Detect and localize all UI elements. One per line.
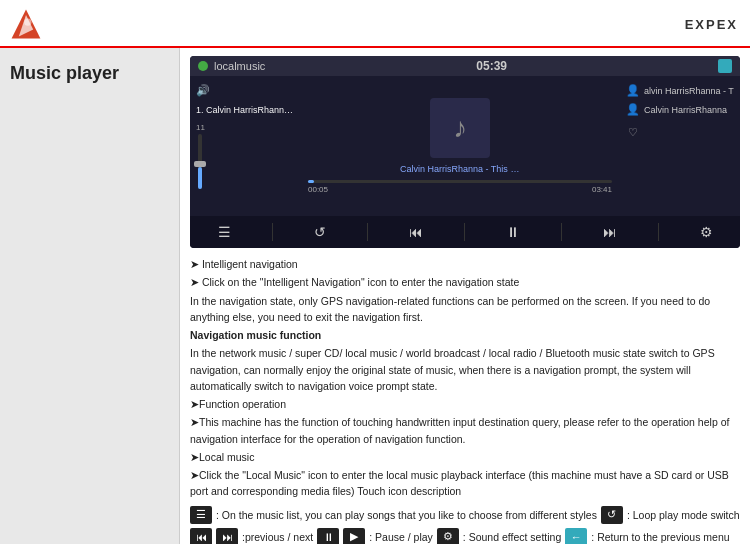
time-row: 00:05 03:41 bbox=[308, 185, 612, 194]
track-item-1: 1. Calvin HarrisRhanna● bbox=[196, 103, 294, 117]
album-art: ♪ bbox=[430, 98, 490, 158]
text-p4: Navigation music function bbox=[190, 327, 740, 343]
playlist-icon-legend: ☰ bbox=[190, 506, 212, 524]
legend-text-prevnext: :previous / next bbox=[242, 531, 313, 543]
legend-text-pauseplay: : Pause / play bbox=[369, 531, 433, 543]
text-p8: ➤Local music bbox=[190, 449, 740, 465]
artist-name-1: alvin HarrisRhanna - T bbox=[644, 86, 734, 96]
prev-icon-legend: ⏮ bbox=[190, 528, 212, 544]
eq-icon-legend: ⚙ bbox=[437, 528, 459, 544]
track-item: 🔊 bbox=[196, 82, 294, 99]
svg-point-2 bbox=[24, 19, 31, 26]
artist-row-1: 👤 alvin HarrisRhanna - T bbox=[626, 84, 734, 97]
pause-icon-legend: ⏸ bbox=[317, 528, 339, 544]
ctrl-separator-4 bbox=[561, 223, 562, 241]
back-icon-legend: ← bbox=[565, 528, 587, 544]
player-titlebar: localmusic 05:39 bbox=[190, 56, 740, 76]
volume-bar bbox=[198, 134, 202, 189]
text-p9: ➤Click the "Local Music" icon to enter t… bbox=[190, 467, 740, 500]
player-clock: 05:39 bbox=[476, 59, 507, 73]
player-left-panel: 🔊 1. Calvin HarrisRhanna● 11 bbox=[190, 76, 300, 216]
player-dot bbox=[198, 61, 208, 71]
artist-row-2: 👤 Calvin HarrisRhanna bbox=[626, 103, 734, 116]
ctrl-separator-3 bbox=[464, 223, 465, 241]
brand-label: EXPEX bbox=[685, 17, 738, 32]
next-icon-legend: ⏭ bbox=[216, 528, 238, 544]
ctrl-separator-2 bbox=[367, 223, 368, 241]
player-right-panel: 👤 alvin HarrisRhanna - T 👤 Calvin Harris… bbox=[620, 76, 740, 216]
page-header: EXPEX bbox=[0, 0, 750, 48]
text-p2: ➤ Click on the "Intelligent Navigation" … bbox=[190, 274, 740, 290]
section-title: Music player bbox=[10, 62, 119, 85]
text-p3: In the navigation state, only GPS naviga… bbox=[190, 293, 740, 326]
person-icon-1: 👤 bbox=[626, 84, 640, 97]
volume-icon: 🔊 bbox=[196, 84, 210, 97]
body-text: ➤ Intelligent navigation ➤ Click on the … bbox=[190, 256, 740, 500]
legend-text-1: : On the music list, you can play songs … bbox=[216, 509, 597, 521]
main-content: Music player localmusic 05:39 🔊 bbox=[0, 48, 750, 544]
logo-icon bbox=[8, 6, 44, 42]
legend-row-1: ☰ : On the music list, you can play song… bbox=[190, 506, 740, 524]
legend-row-2: ⏮ ⏭ :previous / next ⏸ ▶ : Pause / play … bbox=[190, 528, 740, 544]
content-area: localmusic 05:39 🔊 1. Calvin HarrisRhann… bbox=[180, 48, 750, 544]
player-mockup: localmusic 05:39 🔊 1. Calvin HarrisRhann… bbox=[190, 56, 740, 248]
player-center-panel: ♪ Calvin HarrisRhanna - This Is What You… bbox=[300, 76, 620, 216]
play-icon-legend: ▶ bbox=[343, 528, 365, 544]
time-current: 00:05 bbox=[308, 185, 328, 194]
song-title: Calvin HarrisRhanna - This Is What You C… bbox=[400, 164, 520, 174]
ctrl-separator-5 bbox=[658, 223, 659, 241]
repeat-button[interactable]: ↺ bbox=[308, 222, 332, 242]
player-dot-right bbox=[718, 59, 732, 73]
legend-text-loop: : Loop play mode switch bbox=[627, 509, 740, 521]
track-name: 1. Calvin HarrisRhanna● bbox=[196, 105, 294, 115]
person-icon-2: 👤 bbox=[626, 103, 640, 116]
eq-button[interactable]: ⚙ bbox=[694, 222, 719, 242]
player-body: 🔊 1. Calvin HarrisRhanna● 11 bbox=[190, 76, 740, 216]
playlist-button[interactable]: ☰ bbox=[212, 222, 237, 242]
volume-fill bbox=[198, 167, 202, 189]
volume-handle bbox=[194, 161, 206, 167]
player-title: localmusic bbox=[214, 60, 265, 72]
next-button[interactable]: ⏭ bbox=[597, 222, 623, 242]
text-p1: ➤ Intelligent navigation bbox=[190, 256, 740, 272]
prev-button[interactable]: ⏮ bbox=[403, 222, 429, 242]
legend-text-eq: : Sound effect setting bbox=[463, 531, 561, 543]
time-total: 03:41 bbox=[592, 185, 612, 194]
vol-number: 11 bbox=[196, 123, 205, 132]
legend-text-back: : Return to the previous menu bbox=[591, 531, 729, 543]
artist-name-2: Calvin HarrisRhanna bbox=[644, 105, 727, 115]
music-note-icon: ♪ bbox=[453, 112, 467, 144]
player-controls: ☰ ↺ ⏮ ⏸ ⏭ ⚙ bbox=[190, 216, 740, 248]
loop-icon-legend: ↺ bbox=[601, 506, 623, 524]
text-p6: ➤Function operation bbox=[190, 396, 740, 412]
sidebar: Music player bbox=[0, 48, 180, 544]
text-p5: In the network music / super CD/ local m… bbox=[190, 345, 740, 394]
ctrl-separator bbox=[272, 223, 273, 241]
progress-area: 00:05 03:41 bbox=[300, 180, 620, 194]
pause-button[interactable]: ⏸ bbox=[500, 222, 526, 242]
progress-bar bbox=[308, 180, 612, 183]
heart-icon: ♡ bbox=[628, 126, 734, 139]
icon-legend: ☰ : On the music list, you can play song… bbox=[190, 506, 740, 544]
progress-fill bbox=[308, 180, 314, 183]
text-p7: ➤This machine has the function of touchi… bbox=[190, 414, 740, 447]
